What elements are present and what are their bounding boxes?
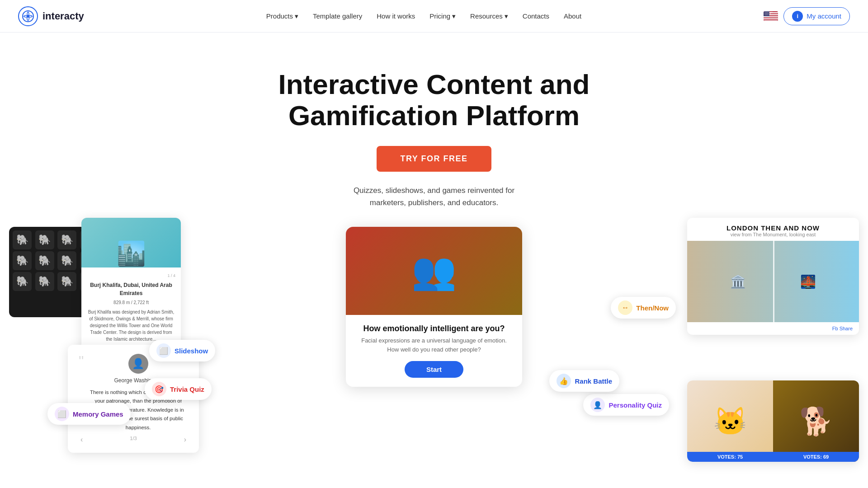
hero-subtitle: Quizzes, slideshows, and games reinvente… [9,184,859,209]
rank-battle-card[interactable]: 🐱 VOTES: 75 🐕 VOTES: 69 [687,380,859,462]
slideshow-card[interactable]: 🏙️ 1 / 4 Burj Khalifa, Dubai, United Ara… [81,218,181,353]
memory-cell: 🐘 [13,230,32,249]
then-now-share-button[interactable]: Fb Share [832,326,853,331]
language-flag[interactable]: ★★★★★★ ★★★★★ ★★★★★★ [764,11,778,21]
slideshow-image: 🏙️ [81,218,181,267]
then-now-badge[interactable]: ↔️ Then/Now [611,297,676,319]
then-now-subtitle: view from The Monument, looking east [695,232,851,237]
center-quiz-start-button[interactable]: Start [405,361,463,378]
account-icon: i [792,11,803,22]
slideshow-badge-label: Slideshow [175,347,208,355]
quote-avatar: 👤 [128,354,148,374]
nav-template-gallery[interactable]: Template gallery [307,9,368,23]
personality-badge-icon: 👤 [590,398,605,412]
rank-right-votes: VOTES: 69 [773,452,859,462]
then-now-footer: Fb Share [687,322,859,335]
chevron-down-icon: ▾ [505,12,508,20]
chevron-down-icon: ▾ [295,12,298,20]
rank-badge-icon: 👍 [557,374,571,388]
rank-right-image: 🐕 VOTES: 69 [773,380,859,462]
then-now-badge-icon: ↔️ [618,300,632,315]
nav-resources[interactable]: Resources ▾ [464,9,514,24]
memory-cell: 🐘 [35,251,54,270]
rank-badge-label: Rank Battle [575,377,612,385]
try-for-free-button[interactable]: TRY FOR FREE [377,146,491,172]
memory-cell: 🐘 [13,251,32,270]
my-account-label: My account [807,12,841,20]
hero-section: Interactive Content and Gamification Pla… [0,33,868,488]
then-now-card[interactable]: LONDON THEN AND NOW view from The Monume… [687,218,859,335]
slideshow-badge-icon: ⬜ [156,343,171,358]
nav-about[interactable]: About [557,9,588,23]
my-account-button[interactable]: i My account [783,7,850,25]
logo-text: interacty [42,10,84,22]
quote-counter: 1/3 [130,436,137,444]
memory-games-badge[interactable]: ⬜ Memory Games [47,403,131,425]
personality-badge-label: Personality Quiz [609,401,662,409]
center-quiz-image: 👥 [346,227,522,315]
memory-cell: 🐘 [35,272,54,291]
logo[interactable]: interacty [18,6,84,26]
nav-how-it-works[interactable]: How it works [370,9,421,23]
slideshow-counter: 1 / 4 [87,273,175,279]
slideshow-title: Burj Khalifa, Dubai, United Arab Emirate… [87,281,175,297]
rank-battle-badge[interactable]: 👍 Rank Battle [549,370,619,392]
nav-pricing[interactable]: Pricing ▾ [423,9,462,24]
then-now-image: 🏛️ 🌉 [687,241,859,322]
svg-text:★★★★★★: ★★★★★★ [764,14,773,16]
hero-visuals: 🐘 🐘 🐘 🐘 🐘 🐘 🐘 🐘 🐘 🐘 🐘 🐘 🏙️ 1 / 4 [9,218,859,480]
quote-prev-button[interactable]: ‹ [80,436,83,444]
memory-cell: 🐘 [57,230,76,249]
then-now-badge-label: Then/Now [636,304,669,312]
memory-badge-label: Memory Games [73,410,123,418]
memory-badge-icon: ⬜ [55,407,69,421]
memory-cell: 🐘 [13,272,32,291]
rank-left-image: 🐱 VOTES: 75 [687,380,773,462]
nav-products[interactable]: Products ▾ [260,9,305,24]
logo-icon [18,6,38,26]
nav-right: ★★★★★★ ★★★★★ ★★★★★★ i My account [764,7,850,25]
slideshow-badge[interactable]: ⬜ Slideshow [149,340,215,361]
navbar: interacty Products ▾ Template gallery Ho… [0,0,868,33]
svg-rect-7 [764,20,778,21]
trivia-quiz-badge[interactable]: 🎯 Trivia Quiz [145,378,212,400]
trivia-badge-label: Trivia Quiz [170,385,204,393]
center-quiz-title: How emotionally intelligent are you? [355,324,513,333]
svg-rect-6 [764,18,778,19]
slideshow-body: Burj Khalifa was designed by Adrian Smit… [87,309,175,343]
chevron-down-icon: ▾ [452,12,456,20]
svg-rect-5 [764,16,778,18]
rank-left-votes: VOTES: 75 [687,452,773,462]
then-now-title: LONDON THEN AND NOW [695,224,851,232]
quote-mark-left: " [79,354,84,368]
nav-contacts[interactable]: Contacts [516,9,556,23]
quote-next-button[interactable]: › [184,436,186,444]
hero-title: Interactive Content and Gamification Pla… [276,69,592,131]
nav-links: Products ▾ Template gallery How it works… [260,9,588,24]
slideshow-stats: 829.8 m / 2,722 ft [87,299,175,306]
personality-quiz-badge[interactable]: 👤 Personality Quiz [583,394,669,416]
trivia-badge-icon: 🎯 [152,382,166,396]
memory-cell: 🐘 [35,230,54,249]
center-quiz-card[interactable]: 👥 How emotionally intelligent are you? F… [346,227,522,387]
memory-cell: 🐘 [57,251,76,270]
center-quiz-subtitle: Facial expressions are a universal langu… [355,336,513,354]
memory-cell: 🐘 [57,272,76,291]
